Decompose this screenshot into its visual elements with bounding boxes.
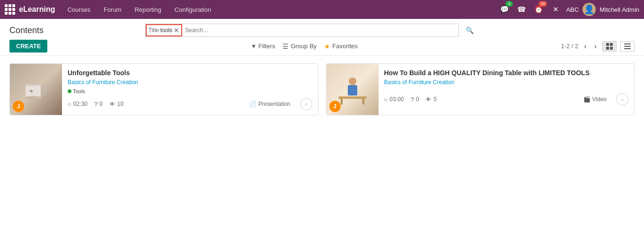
toolbar-right: 1-2 / 2 ‹ › (561, 41, 635, 52)
tag-label-1: Tools (73, 88, 85, 94)
topbar-actions: 💬 9 ☎ ⏰ 30 ✕ ABC 👤 Mitchell Admin (498, 3, 639, 16)
app-logo[interactable]: eLearning (5, 4, 55, 15)
prev-page-button[interactable]: ‹ (582, 42, 588, 51)
close-icon[interactable]: ✕ (549, 3, 562, 16)
duration-value-1: 02:30 (73, 101, 88, 107)
eye-icon-2: 👁 (425, 96, 432, 103)
grid-view-icon (606, 43, 613, 50)
card-thumb-1: ☕ J (10, 64, 62, 115)
create-button[interactable]: CREATE (9, 40, 47, 52)
content-type-1: 📄 Presentation (249, 101, 290, 107)
pagination-info: 1-2 / 2 (561, 43, 578, 50)
card-title-2: How To Build a HIGH QUALITY Dining Table… (384, 69, 629, 77)
svg-rect-5 (624, 46, 631, 47)
type-label-1: Presentation (258, 101, 290, 107)
svg-rect-4 (624, 43, 631, 44)
duration-1: ○ 02:30 (68, 101, 88, 108)
card-tags-1: Tools (68, 88, 312, 94)
svg-rect-6 (624, 48, 631, 49)
search-tag-value: tools (160, 27, 172, 34)
filter-icon: ▼ (251, 43, 256, 50)
views-2: 👁 5 (425, 96, 437, 103)
card-avatar-2: J (329, 101, 341, 112)
card-action-btn-1[interactable]: ○ (300, 98, 312, 110)
mug-icon: ☕ (22, 75, 50, 104)
questions-1: ? 0 (94, 101, 103, 108)
search-icon[interactable]: 🔍 (463, 26, 476, 34)
page-title: Contents (9, 26, 44, 35)
user-name[interactable]: Mitchell Admin (600, 6, 639, 13)
duration-2: ○ 03:00 (384, 96, 404, 103)
search-tag-label: Title (149, 27, 159, 34)
question-icon-1: ? (94, 101, 97, 108)
content-card-2[interactable]: J How To Build a HIGH QUALITY Dining Tab… (326, 63, 635, 115)
svg-point-9 (25, 96, 42, 100)
dining-svg (334, 73, 371, 106)
nav-courses[interactable]: Courses (61, 0, 97, 19)
next-page-button[interactable]: › (592, 42, 599, 51)
chat-icon[interactable]: 💬 9 (498, 3, 511, 16)
groupby-label: Group By (291, 43, 317, 50)
list-view-button[interactable] (620, 41, 635, 52)
nav-forum[interactable]: Forum (97, 0, 128, 19)
favorites-label: Favorites (332, 43, 357, 50)
avatar[interactable]: 👤 (582, 3, 596, 16)
svg-rect-14 (341, 99, 343, 104)
views-value-1: 10 (117, 101, 124, 107)
main-nav: Courses Forum Reporting Configuration (61, 0, 496, 19)
questions-value-2: 0 (416, 96, 419, 103)
card-thumb-2: J (326, 64, 379, 115)
card-grid: ☕ J Unforgettable Tools Basics of Furnit… (0, 56, 644, 123)
svg-rect-8 (26, 84, 41, 86)
phone-icon[interactable]: ☎ (515, 3, 528, 16)
clock-meta-icon: ○ (68, 101, 71, 108)
toolbar-filters: ▼ Filters ☰ Group By ★ Favorites (251, 43, 358, 50)
svg-rect-12 (348, 85, 357, 96)
card-meta-1: ○ 02:30 ? 0 👁 10 📄 Presentation (68, 96, 312, 110)
tag-dot-icon (68, 89, 71, 93)
card-avatar-1: J (13, 101, 24, 112)
svg-rect-13 (338, 96, 367, 99)
groupby-button[interactable]: ☰ Group By (282, 43, 317, 50)
search-input[interactable] (182, 24, 458, 36)
grid-view-button[interactable] (602, 41, 617, 52)
svg-rect-1 (610, 43, 613, 46)
type-icon-2: 🎬 (583, 96, 591, 103)
toolbar: CREATE ▼ Filters ☰ Group By ★ Favorites … (0, 37, 644, 56)
card-action-btn-2[interactable]: ○ (616, 93, 628, 105)
search-tag: Title tools ✕ (146, 24, 183, 36)
app-brand: eLearning (19, 5, 55, 14)
topbar: eLearning Courses Forum Reporting Config… (0, 0, 644, 19)
star-icon: ★ (324, 43, 330, 50)
content-card-1[interactable]: ☕ J Unforgettable Tools Basics of Furnit… (9, 63, 318, 115)
card-title-1: Unforgettable Tools (68, 69, 312, 77)
nav-configuration[interactable]: Configuration (168, 0, 218, 19)
questions-2: ? 0 (410, 96, 419, 103)
card-course-1[interactable]: Basics of Furniture Creation (68, 79, 312, 86)
svg-rect-3 (610, 47, 613, 50)
chat-badge: 9 (505, 1, 513, 7)
duration-value-2: 03:00 (389, 96, 404, 103)
content-type-2: 🎬 Video (583, 96, 607, 103)
card-course-2[interactable]: Basics of Furniture Creation (384, 79, 629, 86)
questions-value-1: 0 (99, 101, 103, 107)
user-initials: ABC (566, 3, 579, 16)
favorites-button[interactable]: ★ Favorites (324, 43, 357, 50)
content-area: Contents Title tools ✕ 🔍 CREATE ▼ Filter… (0, 19, 644, 252)
clock-meta-icon-2: ○ (384, 96, 388, 103)
search-box: Title tools ✕ (145, 24, 459, 37)
filters-button[interactable]: ▼ Filters (251, 43, 275, 50)
list-view-icon (624, 43, 631, 50)
svg-rect-2 (606, 47, 609, 50)
views-1: 👁 10 (109, 101, 124, 108)
filters-label: Filters (258, 43, 275, 50)
clock-icon[interactable]: ⏰ 30 (532, 3, 545, 16)
avatar-face: 👤 (584, 4, 594, 15)
notification-badge: 30 (538, 1, 547, 7)
groupby-icon: ☰ (282, 43, 289, 50)
nav-reporting[interactable]: Reporting (128, 0, 168, 19)
svg-text:☕: ☕ (28, 88, 35, 95)
search-tag-close-icon[interactable]: ✕ (174, 27, 179, 34)
type-icon-1: 📄 (249, 101, 256, 107)
card-body-2: How To Build a HIGH QUALITY Dining Table… (379, 64, 635, 115)
